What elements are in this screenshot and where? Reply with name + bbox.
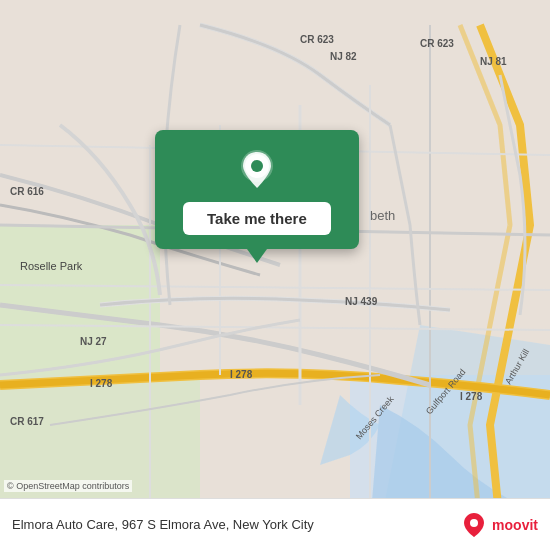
take-me-there-button[interactable]: Take me there [183,202,331,235]
svg-text:NJ 439: NJ 439 [345,296,378,307]
bottom-bar: Elmora Auto Care, 967 S Elmora Ave, New … [0,498,550,550]
moovit-logo: moovit [460,511,538,539]
svg-text:NJ 27: NJ 27 [80,336,107,347]
svg-point-25 [251,160,263,172]
svg-text:I 278: I 278 [230,369,253,380]
svg-point-26 [470,519,478,527]
svg-text:Roselle Park: Roselle Park [20,260,83,272]
svg-text:beth: beth [370,208,395,223]
svg-text:CR 617: CR 617 [10,416,44,427]
svg-text:CR 616: CR 616 [10,186,44,197]
card-pointer [247,249,267,263]
destination-card: Take me there [155,130,359,249]
svg-text:CR 623: CR 623 [420,38,454,49]
location-label: Elmora Auto Care, 967 S Elmora Ave, New … [12,517,314,532]
svg-text:NJ 81: NJ 81 [480,56,507,67]
svg-text:NJ 82: NJ 82 [330,51,357,62]
svg-text:I 278: I 278 [460,391,483,402]
osm-attribution: © OpenStreetMap contributors [4,480,132,492]
map-container: CR 623 NJ 82 CR 623 NJ 81 CR 616 NJ 2 Ro… [0,0,550,550]
location-pin-icon [235,148,279,192]
moovit-text: moovit [492,517,538,533]
take-me-there-container: Take me there [155,130,359,263]
svg-text:I 278: I 278 [90,378,113,389]
svg-text:CR 623: CR 623 [300,34,334,45]
moovit-brand-icon [460,511,488,539]
